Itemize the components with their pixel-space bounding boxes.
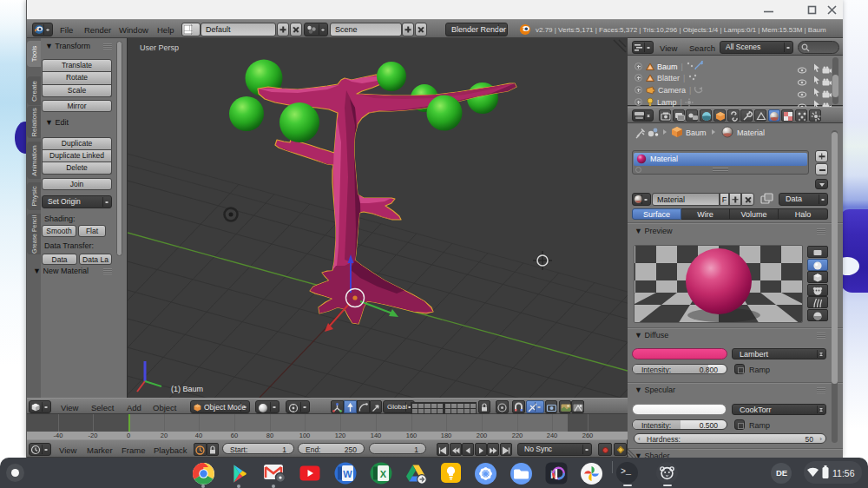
svg-text:W: W — [343, 469, 352, 479]
svg-text:X: X — [380, 469, 387, 479]
